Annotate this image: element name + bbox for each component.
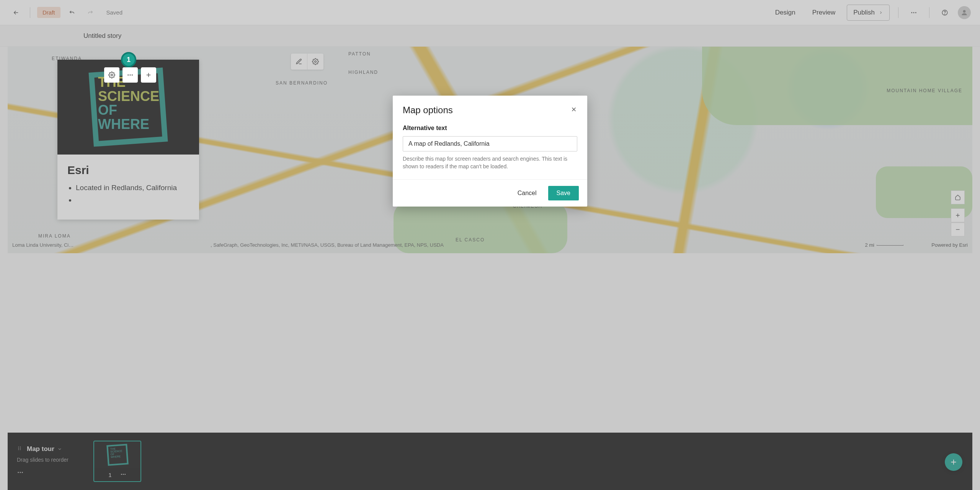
- alt-text-helper: Describe this map for screen readers and…: [403, 155, 577, 170]
- slide-number-badge: 1: [121, 52, 136, 67]
- svg-point-8: [127, 75, 129, 76]
- close-icon: [570, 106, 577, 113]
- slide-image-settings-button[interactable]: [104, 67, 119, 83]
- svg-point-7: [111, 74, 113, 76]
- slide-image-add-button[interactable]: [141, 67, 156, 83]
- svg-point-10: [132, 75, 133, 76]
- save-button[interactable]: Save: [548, 186, 579, 200]
- slide-image-toolbar: [104, 67, 156, 83]
- cancel-button[interactable]: Cancel: [512, 186, 542, 200]
- svg-point-9: [130, 75, 131, 76]
- alt-text-input[interactable]: [403, 136, 577, 151]
- map-options-dialog: Map options Alternative text Describe th…: [393, 96, 587, 207]
- dialog-title: Map options: [403, 105, 453, 116]
- close-button[interactable]: [570, 106, 577, 114]
- alt-text-label: Alternative text: [403, 125, 577, 132]
- slide-image-more-button[interactable]: [122, 67, 138, 83]
